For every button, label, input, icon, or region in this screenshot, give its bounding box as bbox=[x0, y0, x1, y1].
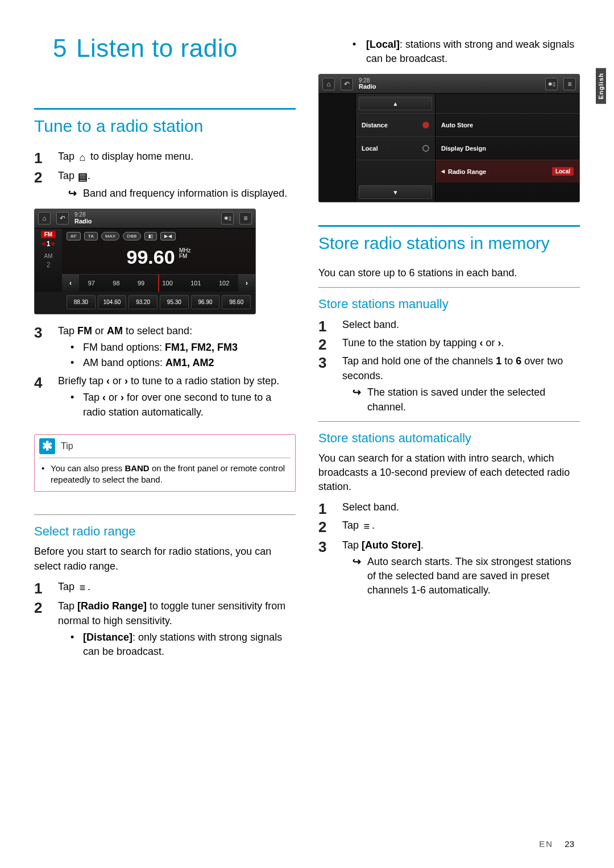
chapter-title: 5Listen to radio bbox=[34, 34, 296, 63]
option-local: Local bbox=[356, 136, 435, 160]
bt-icon: ✱▯ bbox=[545, 78, 558, 90]
home-icon: ⌂ bbox=[322, 78, 335, 90]
back-icon: ↶ bbox=[341, 78, 353, 90]
sub-divider bbox=[318, 421, 580, 422]
home-icon: ⌂ bbox=[38, 212, 51, 225]
back-icon: ↶ bbox=[56, 212, 69, 225]
sub-divider bbox=[34, 514, 296, 515]
preset-1: 88.30 bbox=[67, 295, 96, 309]
tip-box: ✱ Tip You can also press BAND on the fro… bbox=[34, 434, 296, 492]
radio-icon: ▤ bbox=[77, 169, 88, 184]
radio-option-badges: AF TA MAX DBB ▮▯ ▶◀ bbox=[62, 229, 255, 244]
preset-2: 104.60 bbox=[98, 295, 127, 309]
store-intro: You can store up to 6 stations in each b… bbox=[318, 266, 580, 280]
step-3-sub1: FM band options: FM1, FM2, FM3 bbox=[58, 340, 296, 355]
radio-tuner-screenshot: ⌂ ↶ 9:28 Radio ✱▯ ≡ FM ◀1▶ AM 2 AF bbox=[34, 209, 256, 314]
tip-text: You can also press BAND on the front pan… bbox=[42, 463, 288, 486]
footer-page-number: 23 bbox=[565, 839, 574, 849]
step-3-sub2: AM band options: AM1, AM2 bbox=[58, 356, 296, 370]
chapter-number: 5 bbox=[34, 34, 67, 63]
screenshot-title: Radio bbox=[359, 84, 540, 90]
fm-preset-selector: ◀1▶ bbox=[42, 240, 56, 248]
step-2: Tap ▤. Band and frequency information is… bbox=[34, 168, 296, 201]
frequency-dial: ‹ 97 98 99 100 101 102 › bbox=[62, 274, 255, 292]
left-column: 5Listen to radio Tune to a radio station… bbox=[34, 34, 296, 662]
radio-range-intro: Before you start to search for radio sta… bbox=[34, 545, 296, 573]
select-radio-range-title: Select radio range bbox=[34, 524, 296, 539]
menu-display-design: Display Design bbox=[435, 136, 579, 160]
option-distance: Distance bbox=[356, 113, 435, 136]
am-preset-number: 2 bbox=[47, 261, 51, 269]
sub-divider bbox=[318, 287, 580, 288]
bt-icon: ✱▯ bbox=[221, 212, 234, 225]
menu-icon: ≡ bbox=[563, 78, 576, 90]
frequency-unit-fm: FM bbox=[179, 254, 191, 259]
preset-3: 93.20 bbox=[128, 295, 157, 309]
radio-menu-screenshot: ⌂ ↶ 9:28 Radio ✱▯ ≡ ▲ Distance bbox=[318, 74, 580, 202]
badge-af: AF bbox=[67, 232, 81, 240]
store-auto-title: Store stations automatically bbox=[318, 431, 580, 446]
manual-steps: Select band. Tune to the station by tapp… bbox=[318, 317, 580, 414]
scroll-down-icon: ▼ bbox=[359, 185, 432, 199]
range-step-2-sub: [Distance]: only stations with strong si… bbox=[58, 630, 296, 659]
menu-radio-range: ◀ Radio Range Local bbox=[435, 160, 579, 183]
screenshot-title: Radio bbox=[74, 218, 215, 225]
section-divider bbox=[318, 225, 580, 227]
band-selector: FM ◀1▶ AM 2 bbox=[35, 229, 62, 292]
section-tune-title: Tune to a radio station bbox=[34, 117, 296, 136]
page-footer: EN 23 bbox=[539, 839, 574, 849]
range-step-1: Tap ≡. bbox=[34, 579, 296, 595]
screenshot-titlebar: ⌂ ↶ 9:28 Radio ✱▯ ≡ bbox=[35, 209, 255, 229]
tune-steps-cont: Tap FM or AM to select band: FM band opt… bbox=[34, 323, 296, 420]
dial-right-icon: › bbox=[238, 275, 255, 292]
store-stations-title: Store radio stations in memory bbox=[318, 234, 580, 254]
home-icon: ⌂ bbox=[77, 150, 88, 165]
menu-auto-store: Auto Store bbox=[435, 113, 579, 136]
radio-on-icon bbox=[422, 122, 429, 128]
menu-icon: ≡ bbox=[77, 580, 88, 595]
radio-range-value: Local bbox=[552, 167, 574, 176]
screenshot-titlebar: ⌂ ↶ 9:28 Radio ✱▯ ≡ bbox=[319, 74, 579, 94]
badge-ta: TA bbox=[84, 232, 98, 240]
preset-row: 88.30 104.60 93.20 95.30 96.90 98.60 bbox=[35, 292, 255, 314]
preset-4: 95.30 bbox=[160, 295, 189, 309]
menu-icon: ≡ bbox=[362, 519, 372, 534]
tip-icon: ✱ bbox=[39, 438, 55, 454]
dial-left-icon: ‹ bbox=[62, 275, 79, 292]
auto-intro: You can search for a station with intro … bbox=[318, 451, 580, 495]
step-2-result: Band and frequency information is displa… bbox=[58, 186, 296, 201]
auto-step-1: Select band. bbox=[318, 500, 580, 514]
range-step-2: Tap [Radio Range] to toggle tuner sensit… bbox=[34, 599, 296, 659]
caret-left-icon: ◀ bbox=[441, 169, 445, 174]
step-1: Tap ⌂ to display home menu. bbox=[34, 149, 296, 165]
frequency-value: 99.60 bbox=[127, 246, 175, 268]
auto-steps: Select band. Tap ≡. Tap [Auto Store]. Au… bbox=[318, 500, 580, 597]
badge-dbb: DBB bbox=[123, 232, 140, 240]
tune-steps: Tap ⌂ to display home menu. Tap ▤. Band … bbox=[34, 149, 296, 201]
store-manually-title: Store stations manually bbox=[318, 297, 580, 312]
badge-eq: ▮▯ bbox=[144, 232, 157, 240]
auto-step-3-result: Auto search starts. The six strongest st… bbox=[342, 555, 580, 598]
step-4-sub: Tap ‹ or › for over one second to tune t… bbox=[58, 391, 296, 419]
manual-step-2: Tune to the station by tapping ‹ or ›. bbox=[318, 335, 580, 350]
screenshot-time: 9:28 bbox=[74, 212, 215, 218]
preset-5: 96.90 bbox=[191, 295, 220, 309]
radio-range-steps: Tap ≡. Tap [Radio Range] to toggle tuner… bbox=[34, 579, 296, 659]
settings-panel: ▲ Auto Store Display Design ◀ Radio Rang… bbox=[435, 94, 579, 202]
menu-icon: ≡ bbox=[239, 212, 252, 225]
am-label: AM bbox=[44, 253, 53, 259]
step-3: Tap FM or AM to select band: FM band opt… bbox=[34, 323, 296, 370]
badge-seek: ▶◀ bbox=[160, 232, 176, 240]
frequency-display: 99.60 MHz FM bbox=[62, 244, 255, 274]
radio-off-icon bbox=[422, 145, 429, 152]
right-column: [Local]: stations with strong and weak s… bbox=[318, 34, 580, 662]
scroll-up-icon: ▲ bbox=[359, 97, 432, 110]
footer-lang: EN bbox=[539, 839, 553, 849]
manual-step-3-result: The station is saved under the selected … bbox=[342, 385, 580, 414]
side-language-tab: English bbox=[596, 68, 606, 104]
fm-badge: FM bbox=[41, 231, 56, 238]
auto-step-3: Tap [Auto Store]. Auto search starts. Th… bbox=[318, 538, 580, 598]
section-divider bbox=[34, 108, 296, 110]
manual-step-3: Tap and hold one of the channels 1 to 6 … bbox=[318, 354, 580, 414]
chapter-name: Listen to radio bbox=[76, 34, 238, 62]
